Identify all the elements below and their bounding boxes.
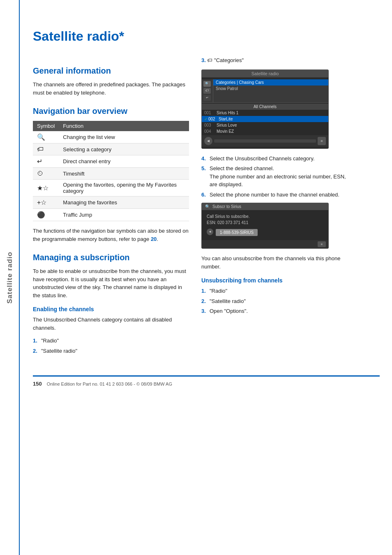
controls-row: ◄ ≡ [202, 135, 328, 147]
list-item: 5. Select the desired channel.The phone … [201, 164, 349, 189]
scroll-bar [214, 139, 316, 143]
channel-row-selected: ✓ 002 StarLite [202, 116, 328, 122]
symbol-cell: ⚫ [33, 209, 59, 221]
enabling-title: Enabling the channels [33, 306, 189, 312]
channel-name: Movin EZ [217, 129, 234, 134]
step-text: "Radio" [210, 287, 227, 295]
channel-name: StarLite [219, 117, 233, 121]
enabling-steps: 1. "Radio" 2. "Satellite radio" [33, 337, 189, 355]
function-cell: Opening the favorites, opening the My Fa… [59, 180, 189, 197]
left-column: General information The channels are off… [33, 56, 189, 359]
general-info-body: The channels are offered in predefined p… [33, 81, 189, 97]
sidebar: Satellite radio [0, 0, 20, 555]
nav-table-body: 🔍 Changing the list view 🏷 Selecting a c… [33, 131, 189, 221]
nav-table: Symbol Function 🔍 Changing the list view… [33, 121, 189, 221]
screenshot-footer: ≡ [202, 240, 328, 248]
unsubscribe-note: You can also unsubscribe from the channe… [201, 254, 349, 271]
table-row: ⏲ Timeshift [33, 168, 189, 180]
function-cell: Direct channel entry [59, 155, 189, 168]
symbol-cell: 🔍 [33, 131, 59, 143]
unsubscribing-steps: 1. "Radio" 2. "Satellite radio" 3. Open … [201, 287, 349, 315]
subscribe-header: 🔍 Subscr to Sirius [202, 203, 328, 210]
step-number: 1. [33, 337, 39, 345]
unsubscribing-title: Unsubscribing from channels [201, 277, 349, 284]
footer: 150 Online Edition for Part no. 01 41 2 … [33, 375, 380, 387]
channel-list: All Channels 001 Sirius Hits 1 ✓ 002 Sta… [202, 103, 328, 135]
copyright-text: Online Edition for Part no. 01 41 2 603 … [47, 382, 172, 386]
button-row: ◄ 1-888-539-SIRIUS [207, 227, 323, 236]
categories-label: Categories | Chasing Cars [213, 79, 328, 86]
table-row: ⚫ Traffic Jump [33, 209, 189, 221]
channel-num: 001 [204, 111, 217, 115]
symbol-cell: ⏲ [33, 168, 59, 180]
table-row: 🏷 Selecting a category [33, 143, 189, 155]
prev-button: ◄ [204, 137, 212, 145]
symbol-cell: +☆ [33, 197, 59, 209]
function-cell: Selecting a category [59, 143, 189, 155]
channel-num: 002 [208, 117, 219, 121]
list-item: 4. Select the Unsubscribed Channels cate… [201, 155, 349, 163]
phone-button[interactable]: 1-888-539-SIRIUS [216, 229, 258, 236]
two-column-layout: General information The channels are off… [33, 56, 380, 359]
sidebar-label: Satellite radio [6, 252, 14, 303]
call-line: Call Sirius to subscribe. [207, 214, 323, 219]
list-item: 1. "Radio" [201, 287, 349, 295]
general-info-title: General information [33, 66, 189, 76]
screenshot-subscribe: 🔍 Subscr to Sirius Call Sirius to subscr… [201, 203, 329, 249]
channel-num: 004 [204, 129, 217, 134]
step-number: 1. [201, 287, 207, 295]
page-link: 20 [151, 236, 157, 242]
function-cell: Changing the list view [59, 131, 189, 143]
icon-cell: 🔍 [203, 81, 211, 87]
page-title: Satellite radio* [33, 29, 380, 44]
subscribe-icon: 🔍 [205, 204, 210, 209]
step-text: "Satellite radio" [210, 297, 246, 305]
list-item: 6. Select the phone number to have the c… [201, 191, 349, 199]
menu-icon: ≡ [318, 241, 326, 247]
nav-table-header-symbol: Symbol [33, 121, 59, 131]
step-number: 3. [201, 307, 207, 315]
screenshot-header: Satellite radio [202, 70, 328, 78]
subscribe-title: Subscr to Sirius [212, 204, 241, 209]
table-row: +☆ Managing the favorites [33, 197, 189, 209]
nav-overview-title: Navigation bar overview [33, 106, 189, 116]
sidebar-border [19, 0, 20, 555]
list-item: 1. "Radio" [33, 337, 189, 345]
step-number: 5. [201, 164, 207, 189]
subscription-title: Managing a subscription [33, 253, 189, 262]
page-number: 150 [33, 381, 42, 387]
step-text: Select the phone number to have the chan… [210, 191, 339, 199]
channel-name: Sirius Love [217, 123, 237, 127]
function-cell: Managing the favorites [59, 197, 189, 209]
nav-prev: ◄ [207, 229, 213, 235]
icon-cell: ↵ [203, 95, 211, 101]
step-number: 2. [201, 297, 207, 305]
channel-name: Sirius Hits 1 [217, 111, 238, 115]
step-text: Open "Options". [210, 307, 248, 315]
function-cell: Traffic Jump [59, 209, 189, 221]
subscription-body: To be able to enable or unsubscribe from… [33, 267, 189, 299]
snow-patrol-row: Snow Patrol [213, 86, 328, 92]
nav-table-header-function: Function [59, 121, 189, 131]
table-row: ★☆ Opening the favorites, opening the My… [33, 180, 189, 197]
check-mark: ✓ [204, 117, 208, 121]
screenshot-body: 🔍 🏷 ↵ Categories | Chasing Cars Snow Pat… [202, 78, 328, 148]
step-number: 6. [201, 191, 207, 199]
table-row: 🔍 Changing the list view [33, 131, 189, 143]
screenshot-satellite-radio: Satellite radio 🔍 🏷 ↵ Categories | Chasi… [201, 69, 329, 149]
main-content: Satellite radio* General information The… [25, 0, 392, 403]
list-item: 3. Open "Options". [201, 307, 349, 315]
list-item: 2. "Satellite radio" [201, 297, 349, 305]
symbol-cell: ↵ [33, 155, 59, 168]
step3-label: 3. 🏷 "Categories" [201, 56, 349, 65]
enabling-body: The Unsubscribed Channels category conta… [33, 316, 189, 332]
symbol-cell: ★☆ [33, 180, 59, 197]
step-text: "Radio" [41, 337, 59, 345]
step-text: Select the Unsubscribed Channels categor… [210, 155, 315, 163]
table-row: ↵ Direct channel entry [33, 155, 189, 168]
step-number: 4. [201, 155, 207, 163]
right-column: 3. 🏷 "Categories" Satellite radio 🔍 🏷 ↵ [201, 56, 349, 359]
subscribe-body: Call Sirius to subscribe. ESN: 020 373 3… [202, 210, 328, 240]
icon-cell: 🏷 [203, 88, 211, 94]
channel-row: 004 Movin EZ [202, 128, 328, 134]
